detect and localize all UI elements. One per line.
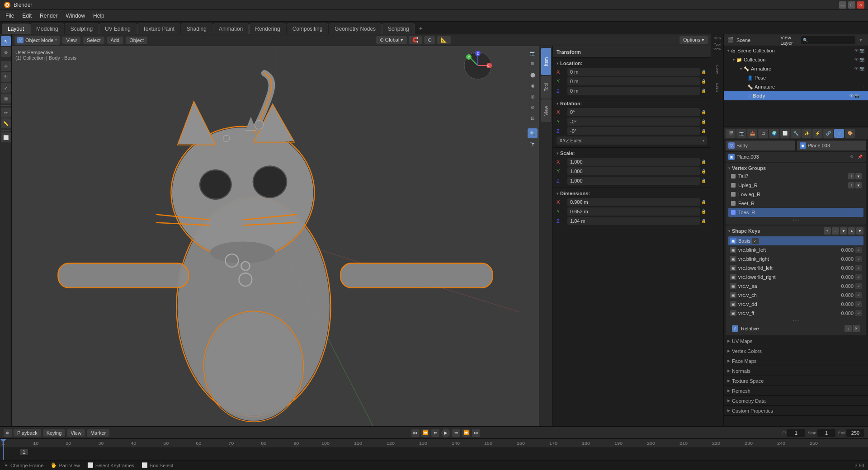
rotate-tool-button[interactable]: ↻ xyxy=(1,72,11,82)
tab-layout[interactable]: Layout xyxy=(2,24,30,34)
viewport-canvas[interactable]: User Perspective (1) Collection | Body :… xyxy=(12,46,539,426)
keying-menu[interactable]: Keying xyxy=(43,429,66,437)
next-keyframe-button[interactable]: ➡ xyxy=(452,429,460,437)
viewport-shading-material[interactable]: ◉ xyxy=(528,80,538,90)
view-menu[interactable]: View xyxy=(62,37,80,44)
rotation-z-input[interactable]: -0° xyxy=(567,127,700,135)
prev-keyframe-button[interactable]: ⬅ xyxy=(431,429,439,437)
sk-check-v-ff[interactable]: ✓ xyxy=(855,310,862,316)
sidebar-item-tab[interactable]: Item xyxy=(541,48,551,75)
tab-rendering[interactable]: Rendering xyxy=(249,24,286,34)
tab-shading[interactable]: Shading xyxy=(181,24,212,34)
snap-angle-button[interactable]: 📐 xyxy=(437,36,451,44)
playback-menu[interactable]: Playback xyxy=(14,429,41,437)
scale-x-lock[interactable]: 🔒 xyxy=(700,158,707,165)
menu-help[interactable]: Help xyxy=(90,12,108,20)
shape-key-add-button[interactable]: + xyxy=(824,227,831,235)
vg-feet-r[interactable]: Feet_R xyxy=(728,199,863,208)
sk-check-v-ch[interactable]: ✓ xyxy=(855,292,862,298)
annotate-tool-button[interactable]: ✏ xyxy=(1,108,11,118)
transform-tool-button[interactable]: ⊠ xyxy=(1,94,11,103)
add-menu[interactable]: Add xyxy=(107,37,123,44)
custom-properties-section[interactable]: ▶ Custom Properties xyxy=(724,406,868,416)
dimensions-z-input[interactable]: 1.04 m xyxy=(567,217,700,225)
shape-key-up-button[interactable]: ▲ xyxy=(848,227,855,235)
viewport-shading-rendered[interactable]: ◎ xyxy=(528,91,538,101)
rotation-x-lock[interactable]: 🔒 xyxy=(700,108,707,116)
prop-tab-world[interactable]: 🌍 xyxy=(769,129,779,138)
plane-selector-button[interactable]: ▣ Plane.003 xyxy=(797,141,867,150)
remesh-section[interactable]: ▶ Remesh xyxy=(724,386,868,396)
location-y-input[interactable]: 0 m xyxy=(567,77,700,85)
sk-basis[interactable]: ▣ Basis ✓ xyxy=(728,236,863,245)
outliner-scene-collection[interactable]: ▾ 🗂 Scene Collection 👁 📷 xyxy=(724,46,868,55)
vertex-colors-section[interactable]: ▶ Vertex Colors xyxy=(724,346,868,356)
sk-relative-edit1[interactable]: ↕ xyxy=(844,325,852,332)
prop-tab-object-data[interactable]: ▽ xyxy=(834,129,844,138)
sidebar-view-tab[interactable]: View xyxy=(541,99,551,122)
location-x-input[interactable]: 0 m xyxy=(567,68,700,76)
prop-tab-constraints[interactable]: 🔗 xyxy=(823,129,833,138)
sk-v-ff[interactable]: ▣ vrc.v_ff 0.000 ✓ xyxy=(728,309,863,318)
outliner-pose[interactable]: 👤 Pose xyxy=(724,73,868,82)
tab-geometry-nodes[interactable]: Geometry Nodes xyxy=(329,24,382,34)
vg-vis-upleg[interactable]: ▼ xyxy=(855,182,862,188)
vertex-groups-title[interactable]: ▾ Vertex Groups xyxy=(728,164,863,172)
sk-check-lowerlid-right[interactable]: ✓ xyxy=(855,274,862,280)
sidebar-tool-tab[interactable]: Tool xyxy=(541,76,551,99)
vg-tail7[interactable]: Tail7 ⋮ ▼ xyxy=(728,172,863,181)
viewport-options[interactable]: Options ▾ xyxy=(679,36,708,44)
dimensions-x-lock[interactable]: 🔒 xyxy=(700,198,707,206)
location-x-lock[interactable]: 🔒 xyxy=(700,68,707,75)
sk-check-blink-right[interactable]: ✓ xyxy=(855,256,862,262)
prop-tab-modifier[interactable]: 🔧 xyxy=(791,129,801,138)
tab-modeling[interactable]: Modeling xyxy=(30,24,64,34)
vg-upleg-r[interactable]: Upleg_R ⋮ ▼ xyxy=(728,181,863,190)
marker-menu[interactable]: Marker xyxy=(87,429,109,437)
xray-button[interactable]: ⊡ xyxy=(528,113,538,123)
body-selector-button[interactable]: ▽ Body xyxy=(726,141,795,150)
global-transform-button[interactable]: ⊕ Global ▾ xyxy=(376,36,407,44)
prop-tab-physics[interactable]: ⚡ xyxy=(812,129,822,138)
sk-blink-right[interactable]: ▣ vrc.blink_right 0.000 ✓ xyxy=(728,254,863,263)
measure-tool-button[interactable]: 📏 xyxy=(1,118,11,128)
move-tool-button[interactable]: ✛ xyxy=(1,61,11,71)
mesh-settings-icon[interactable]: ⚙ xyxy=(848,153,855,160)
rotation-z-lock[interactable]: 🔒 xyxy=(700,127,707,135)
location-z-input[interactable]: 0 m xyxy=(567,87,700,95)
cursor-tool-button[interactable]: ⊕ xyxy=(1,47,11,57)
sk-check-basis[interactable]: ✓ xyxy=(752,238,759,244)
uv-maps-section[interactable]: ▶ UV Maps xyxy=(724,336,868,346)
scale-tool-button[interactable]: ⤢ xyxy=(1,83,11,93)
dimensions-y-lock[interactable]: 🔒 xyxy=(700,208,707,215)
sk-v-ch[interactable]: ▣ vrc.v_ch 0.000 ✓ xyxy=(728,291,863,300)
rotation-mode-dropdown[interactable]: XYZ Euler ▾ xyxy=(557,136,707,145)
prop-tab-render[interactable]: 📷 xyxy=(736,129,746,138)
vg-vis-tail7[interactable]: ▼ xyxy=(855,173,862,179)
viewport-zoom-button[interactable]: 🔭 xyxy=(528,139,538,149)
prop-tab-view-layer[interactable]: 🗂 xyxy=(758,129,768,138)
step-back-button[interactable]: ⏪ xyxy=(421,429,429,437)
outliner-body[interactable]: ▽ Body 👁 📷 → xyxy=(724,91,868,100)
current-frame-field[interactable]: 1 xyxy=(787,429,805,437)
add-workspace-button[interactable]: + xyxy=(415,23,426,34)
overlay-button[interactable]: ⊙ xyxy=(528,102,538,112)
snap-button[interactable]: 🧲 xyxy=(409,36,422,44)
step-forward-button[interactable]: ⏩ xyxy=(462,429,470,437)
shape-keys-title[interactable]: ▾ Shape Keys xyxy=(728,227,760,235)
tab-animation[interactable]: Animation xyxy=(213,24,249,34)
sk-blink-left[interactable]: ▣ vrc.blink_left 0.000 ✓ xyxy=(728,245,863,254)
shape-key-down-button[interactable]: ▼ xyxy=(856,227,863,235)
sk-check-lowerlid-left[interactable]: ✓ xyxy=(855,265,862,271)
close-button[interactable]: ✕ xyxy=(857,1,864,9)
tab-texture-paint[interactable]: Texture Paint xyxy=(137,24,180,34)
scale-y-input[interactable]: 1.000 xyxy=(567,167,700,175)
minimize-button[interactable]: — xyxy=(839,1,846,9)
prop-tab-material[interactable]: 🎨 xyxy=(845,129,855,138)
normals-section[interactable]: ▶ Normals xyxy=(724,366,868,376)
view-menu-timeline[interactable]: View xyxy=(67,429,85,437)
start-frame-field[interactable]: 1 xyxy=(817,429,835,437)
face-maps-section[interactable]: ▶ Face Maps xyxy=(724,356,868,366)
dimensions-z-lock[interactable]: 🔒 xyxy=(700,217,707,225)
vg-lowleg-r[interactable]: Lowleg_R xyxy=(728,190,863,199)
